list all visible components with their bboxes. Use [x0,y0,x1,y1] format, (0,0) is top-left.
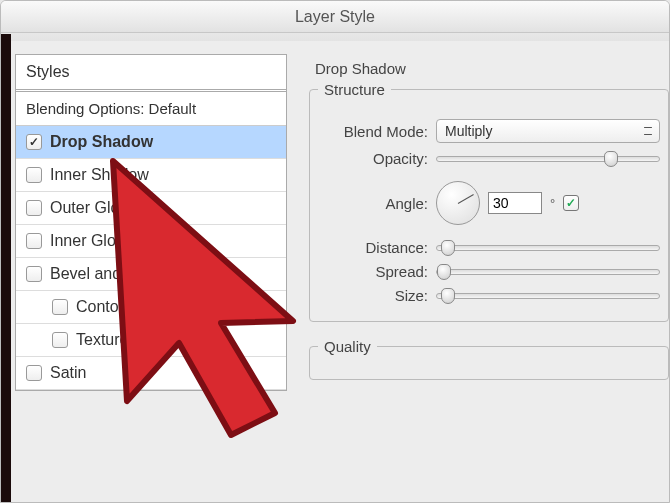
style-row-contour[interactable]: Contour [16,291,286,324]
use-global-light-checkbox[interactable] [563,195,579,211]
style-row-drop-shadow[interactable]: Drop Shadow [16,126,286,159]
style-label: Drop Shadow [50,133,153,151]
style-label: Inner Glow [50,232,127,250]
style-checkbox[interactable] [26,134,42,150]
window-titlebar: Layer Style [1,1,669,33]
spread-slider-thumb[interactable] [437,264,451,280]
style-row-outer-glow[interactable]: Outer Glow [16,192,286,225]
window-title: Layer Style [295,8,375,25]
style-checkbox[interactable] [26,266,42,282]
angle-degree-symbol: ° [550,196,555,211]
opacity-row: Opacity: [318,150,660,167]
distance-slider[interactable] [436,245,660,251]
blend-mode-label: Blend Mode: [318,123,428,140]
structure-legend: Structure [318,81,391,98]
distance-label: Distance: [318,239,428,256]
style-checkbox[interactable] [52,332,68,348]
style-checkbox[interactable] [52,299,68,315]
styles-list: Drop ShadowInner ShadowOuter GlowInner G… [16,126,286,390]
style-label: Texture [76,331,128,349]
style-label: Contour [76,298,133,316]
style-label: Outer Glow [50,199,131,217]
style-checkbox[interactable] [26,167,42,183]
style-row-texture[interactable]: Texture [16,324,286,357]
spread-label: Spread: [318,263,428,280]
opacity-label: Opacity: [318,150,428,167]
blend-mode-value: Multiply [445,123,492,139]
style-row-satin[interactable]: Satin [16,357,286,390]
style-checkbox[interactable] [26,233,42,249]
distance-row: Distance: [318,239,660,256]
distance-slider-thumb[interactable] [441,240,455,256]
blend-mode-row: Blend Mode: Multiply [318,119,660,143]
blending-options-row[interactable]: Blending Options: Default [16,92,286,126]
spread-slider[interactable] [436,269,660,275]
angle-input[interactable] [488,192,542,214]
angle-dial[interactable] [436,181,480,225]
size-label: Size: [318,287,428,304]
layer-style-window: Layer Style Styles Blending Options: Def… [0,0,670,503]
style-row-inner-shadow[interactable]: Inner Shadow [16,159,286,192]
style-label: Inner Shadow [50,166,149,184]
structure-group: Structure Blend Mode: Multiply Opacity: … [309,81,669,322]
style-row-inner-glow[interactable]: Inner Glow [16,225,286,258]
styles-header[interactable]: Styles [16,55,286,92]
opacity-slider-thumb[interactable] [604,151,618,167]
styles-panel: Styles Blending Options: Default Drop Sh… [15,54,287,391]
size-row: Size: [318,287,660,304]
style-row-bevel-and-emboss[interactable]: Bevel and Emboss [16,258,286,291]
opacity-slider[interactable] [436,156,660,162]
style-label: Satin [50,364,86,382]
settings-panel: Drop Shadow Structure Blend Mode: Multip… [303,54,669,502]
section-title: Drop Shadow [315,60,669,77]
quality-group: Quality [309,338,669,380]
style-label: Bevel and Emboss [50,265,183,283]
angle-label: Angle: [318,195,428,212]
quality-legend: Quality [318,338,377,355]
style-checkbox[interactable] [26,365,42,381]
angle-row: Angle: ° [318,181,660,225]
spread-row: Spread: [318,263,660,280]
style-checkbox[interactable] [26,200,42,216]
size-slider-thumb[interactable] [441,288,455,304]
size-slider[interactable] [436,293,660,299]
blend-mode-select[interactable]: Multiply [436,119,660,143]
left-edge-strip [1,34,11,502]
